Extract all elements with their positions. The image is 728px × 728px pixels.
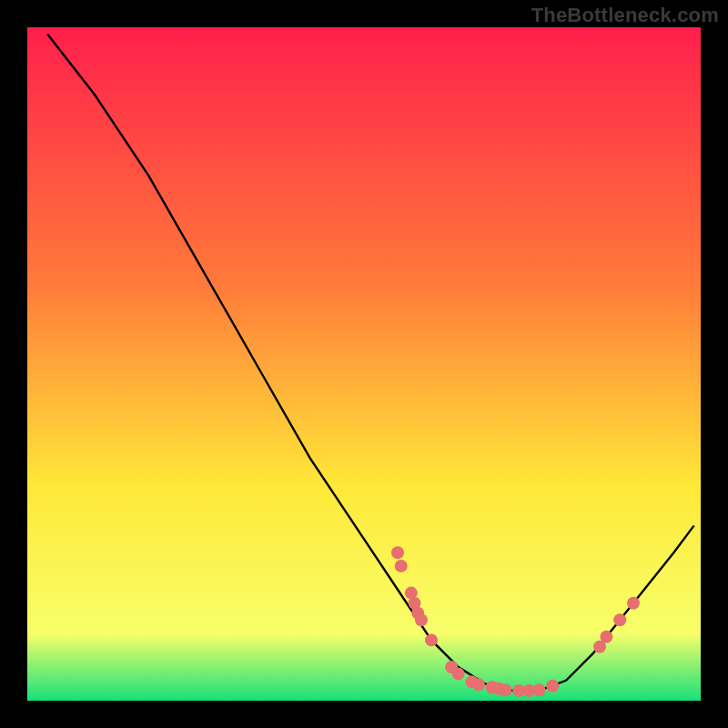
data-dot	[391, 546, 404, 559]
data-dot	[600, 631, 612, 643]
data-dot	[613, 613, 626, 626]
data-dot	[499, 683, 511, 696]
chart-svg	[27, 27, 701, 701]
watermark-text: TheBottleneck.com	[531, 4, 719, 27]
data-dot	[452, 667, 465, 680]
data-dot	[425, 633, 438, 646]
data-dot	[415, 613, 428, 626]
data-dot	[472, 678, 485, 691]
gradient-background	[27, 27, 701, 701]
data-dot	[395, 560, 408, 572]
data-dot	[627, 597, 640, 610]
data-dot	[546, 680, 559, 693]
data-dot	[532, 683, 545, 696]
plot-area	[27, 27, 701, 701]
chart-frame: TheBottleneck.com	[0, 0, 728, 728]
